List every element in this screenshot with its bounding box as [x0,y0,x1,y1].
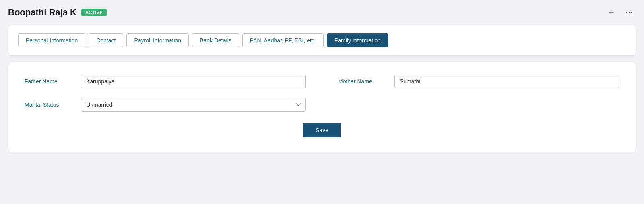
marital-status-select[interactable]: UnmarriedMarriedDivorcedWidowed [81,98,306,112]
tabs-card: Personal InformationContactPayroll Infor… [8,25,636,56]
father-name-label: Father Name [25,78,73,85]
tab-family-information[interactable]: Family Information [327,33,388,47]
page-title: Boopathi Raja K [8,7,76,18]
mother-name-group: Mother Name [338,75,619,88]
save-button[interactable]: Save [303,123,341,137]
mother-name-input[interactable] [394,75,619,88]
tab-contact[interactable]: Contact [89,33,123,47]
tab-payroll-information[interactable]: Payroll Information [126,33,189,47]
save-row: Save [25,123,619,137]
header-left: Boopathi Raja K ACTIVE [8,7,107,18]
tab-personal-information[interactable]: Personal Information [18,33,85,47]
tab-pan--aadhar--pf--esi--etc-[interactable]: PAN, Aadhar, PF, ESI, etc. [242,33,324,47]
page-header: Boopathi Raja K ACTIVE ← ⋯ [8,6,636,19]
mother-name-label: Mother Name [338,78,386,85]
tab-bank-details[interactable]: Bank Details [192,33,239,47]
more-options-button[interactable]: ⋯ [622,6,636,19]
header-right: ← ⋯ [605,6,636,19]
status-badge: ACTIVE [81,9,107,16]
tabs-container: Personal InformationContactPayroll Infor… [18,33,626,47]
marital-status-label: Marital Status [25,102,73,108]
father-name-input[interactable] [81,75,306,88]
father-name-group: Father Name [25,75,306,88]
marital-status-group: Marital Status UnmarriedMarriedDivorcedW… [25,98,306,112]
back-button[interactable]: ← [605,7,618,19]
content-card: Father Name Mother Name Marital Status U… [8,62,636,152]
fields-grid: Father Name Mother Name Marital Status U… [25,75,619,112]
empty-cell [338,98,619,112]
